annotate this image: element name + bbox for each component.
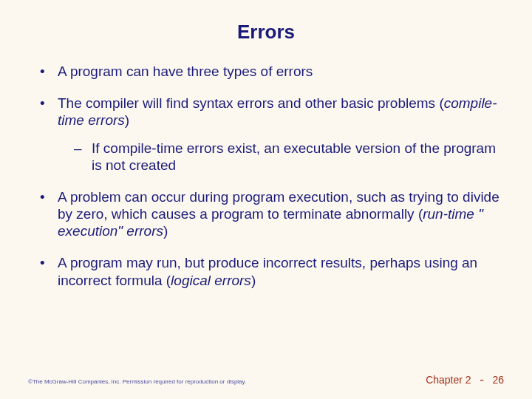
- bullet-text: ): [251, 273, 256, 288]
- sub-bullet-list: If compile-time errors exist, an executa…: [71, 140, 504, 174]
- sub-bullet-item: If compile-time errors exist, an executa…: [71, 140, 504, 174]
- bullet-text: ): [163, 223, 168, 239]
- bullet-item: A problem can occur during program execu…: [33, 188, 504, 240]
- sub-bullet-text: If compile-time errors exist, an executa…: [92, 140, 496, 173]
- copyright-text: ©The McGraw-Hill Companies, Inc. Permiss…: [28, 378, 246, 385]
- emphasis-text: logical errors: [171, 273, 251, 288]
- bullet-text: ): [125, 112, 129, 128]
- bullet-item: The compiler will find syntax errors and…: [33, 95, 504, 174]
- bullet-item: A program may run, but produce incorrect…: [33, 254, 504, 288]
- bullet-list: A program can have three types of errors…: [33, 63, 504, 289]
- bullet-text: A program can have three types of errors: [58, 64, 313, 79]
- page-dash: -: [471, 374, 493, 387]
- page-chapter: Chapter 2: [426, 374, 471, 386]
- bullet-text: A program may run, but produce incorrect…: [58, 255, 477, 287]
- slide-title: Errors: [28, 21, 504, 44]
- slide-footer: ©The McGraw-Hill Companies, Inc. Permiss…: [28, 374, 504, 387]
- slide: Errors A program can have three types of…: [0, 0, 532, 399]
- bullet-item: A program can have three types of errors: [33, 63, 504, 80]
- page-num: 26: [492, 374, 504, 386]
- page-number: Chapter 2 - 26: [426, 374, 504, 387]
- bullet-text: The compiler will find syntax errors and…: [58, 95, 444, 111]
